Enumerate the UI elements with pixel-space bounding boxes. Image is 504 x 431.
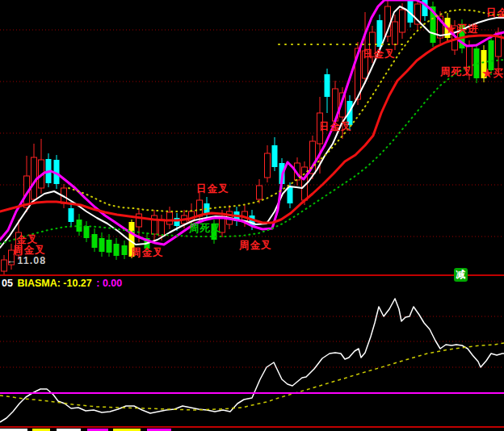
candle-up <box>257 186 262 199</box>
candle-highlight <box>129 222 135 257</box>
candle-down <box>288 187 293 203</box>
candle-up <box>136 214 142 227</box>
kline-and-bias-chart <box>0 0 504 431</box>
candle-up <box>393 22 398 44</box>
candle-up <box>2 260 7 271</box>
candle-up <box>363 51 368 78</box>
candle-up <box>167 212 173 224</box>
candle-down <box>69 208 74 222</box>
candle-down <box>489 40 494 70</box>
candle-highlight <box>481 50 487 78</box>
ma-yellow-dotted-line <box>69 10 504 211</box>
candle-up <box>9 250 15 265</box>
candle-up <box>159 220 165 236</box>
candle-up <box>16 232 22 255</box>
candle-down <box>107 240 112 253</box>
candle-down <box>92 234 98 248</box>
candle-up <box>400 10 405 32</box>
candle-down <box>272 145 278 167</box>
candle-down <box>325 74 330 97</box>
candle-up <box>467 46 472 75</box>
candle-down <box>84 226 90 238</box>
candle-down <box>114 244 120 256</box>
bias-white-line <box>0 299 504 422</box>
ma-red-line <box>0 36 504 223</box>
candle-up <box>317 113 323 144</box>
candle-up <box>265 153 271 178</box>
trading-chart-window: 05 BIASMA: -10.27 : 0.00 减 金叉周金叉←11.08周金… <box>0 0 504 431</box>
ma-magenta-line <box>0 0 504 245</box>
biasma-yellow-dashed-line <box>0 343 504 410</box>
candle-down <box>377 20 383 47</box>
candle-down <box>99 238 105 252</box>
candle-down <box>122 245 128 255</box>
